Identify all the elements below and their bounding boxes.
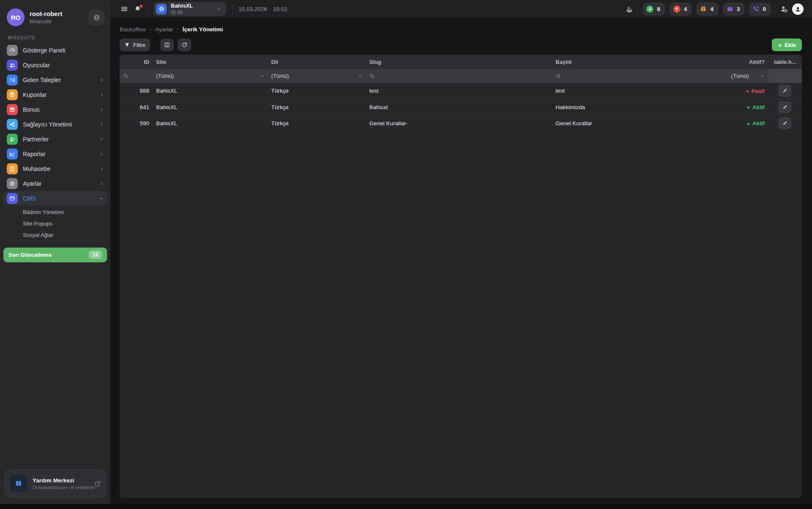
sidebar-item-saglayici-yonetimi[interactable]: Sağlayıcı Yönetimi bbox=[3, 117, 107, 132]
col-header-dil[interactable]: Dil bbox=[268, 55, 366, 69]
cell-site: BahisXL bbox=[153, 83, 268, 99]
edit-button[interactable] bbox=[778, 85, 791, 97]
col-header-actions[interactable]: table.h... bbox=[768, 55, 802, 69]
submenu-item-sosyal-aglar[interactable]: Sosyal Ağlar bbox=[3, 229, 107, 241]
hamburger-menu-button[interactable] bbox=[121, 5, 128, 13]
sidebar-user-header: RO root-robert Wisesuite bbox=[0, 0, 110, 30]
sidebar-item-kuponlar[interactable]: Kuponlar bbox=[3, 87, 107, 102]
cell-id: 641 bbox=[120, 99, 153, 115]
sidebar-item-bonus[interactable]: Bonus bbox=[3, 102, 107, 117]
edit-button[interactable] bbox=[778, 117, 791, 129]
site-name: BahisXL bbox=[171, 3, 212, 9]
chevron-right-icon bbox=[99, 182, 104, 186]
messages-icon bbox=[727, 6, 733, 12]
sidebar-item-gelen-talepler[interactable]: Gelen Talepler bbox=[3, 72, 107, 87]
refresh-icon bbox=[181, 42, 187, 48]
calls-badge[interactable]: 0 bbox=[749, 3, 771, 16]
sidebar-item-cms[interactable]: CMS bbox=[3, 191, 107, 206]
calculator-icon bbox=[7, 163, 18, 174]
status-dot-icon: ● bbox=[746, 88, 749, 94]
users-icon bbox=[7, 60, 18, 71]
cell-status: ●Aktif bbox=[728, 115, 768, 131]
filter-aktif-select[interactable]: (Tümü) bbox=[728, 69, 768, 83]
filter-baslik[interactable] bbox=[552, 69, 728, 83]
cell-slug: Genel Kurallar- bbox=[366, 115, 552, 131]
partners-icon bbox=[7, 134, 18, 145]
site-id: ID: 50 bbox=[171, 10, 212, 15]
chevron-down-icon bbox=[217, 7, 221, 11]
cell-baslik: test bbox=[552, 83, 728, 99]
clipboard-icon bbox=[7, 89, 18, 100]
sidebar-section-label: WISESUITE bbox=[0, 30, 110, 42]
filter-actions-empty bbox=[768, 69, 802, 83]
refresh-button[interactable] bbox=[178, 39, 191, 51]
help-center-card[interactable]: Yardım Merkezi Dokümantasyon ve rehberle… bbox=[4, 469, 106, 498]
content-table-panel: ID Site Dil Slug Başlık Aktif? table.h..… bbox=[120, 55, 802, 498]
col-header-aktif[interactable]: Aktif? bbox=[728, 55, 768, 69]
column-settings-button[interactable] bbox=[160, 39, 174, 51]
sidebar-item-ayarlar[interactable]: ⚙ Ayarlar bbox=[3, 176, 107, 191]
messages-badge[interactable]: 3 bbox=[723, 3, 745, 16]
plus-icon: + bbox=[778, 42, 782, 48]
submenu-item-bildirim-yonetimi[interactable]: Bildirim Yönetimi bbox=[3, 206, 107, 218]
profile-avatar-button[interactable] bbox=[792, 3, 804, 15]
chevron-right-icon bbox=[99, 137, 104, 141]
chevron-down-icon bbox=[760, 74, 765, 78]
window-icon bbox=[7, 193, 18, 204]
edit-button[interactable] bbox=[778, 101, 791, 113]
gauge-icon bbox=[7, 45, 18, 56]
submenu-item-site-popups[interactable]: Site Popups bbox=[3, 218, 107, 229]
col-header-slug[interactable]: Slug bbox=[366, 55, 552, 69]
cell-baslik: Hakkimizda bbox=[552, 99, 728, 115]
language-globe-button[interactable] bbox=[88, 9, 104, 25]
cell-dil: Türkçe bbox=[268, 115, 366, 131]
breadcrumb-ayarlar[interactable]: Ayarlar bbox=[155, 26, 173, 33]
bonus-requests-badge[interactable]: 4 bbox=[696, 3, 719, 16]
cell-id: 888 bbox=[120, 83, 153, 99]
user-name: root-robert bbox=[30, 10, 83, 17]
content-table: ID Site Dil Slug Başlık Aktif? table.h..… bbox=[120, 55, 802, 131]
sidebar-item-oyuncular[interactable]: Oyuncular bbox=[3, 58, 107, 72]
table-row[interactable]: 641 BahisXL Türkçe Bahisxl Hakkimizda ●A… bbox=[120, 99, 802, 115]
chevron-right-icon bbox=[99, 78, 104, 82]
gift-icon bbox=[700, 6, 707, 12]
cell-actions bbox=[768, 99, 802, 115]
chevron-right-icon bbox=[99, 107, 104, 112]
table-toolbar: Filtre + Ekle bbox=[120, 35, 802, 55]
son-guncelleme-button[interactable]: Son Güncelleme 13 bbox=[3, 248, 107, 262]
update-count-badge: 13 bbox=[89, 250, 102, 259]
cell-actions bbox=[768, 115, 802, 131]
search-icon bbox=[369, 73, 375, 79]
user-sessions-button[interactable] bbox=[780, 5, 788, 13]
filter-button[interactable]: Filtre bbox=[120, 39, 150, 51]
add-button[interactable]: + Ekle bbox=[772, 39, 802, 51]
breadcrumb-backoffice[interactable]: Backoffice bbox=[120, 26, 146, 33]
col-header-id[interactable]: ID bbox=[120, 55, 153, 69]
breadcrumb: Backoffice › Ayarlar › İçerik Yönetimi bbox=[120, 23, 802, 35]
sidebar-item-partnerler[interactable]: Partnerler bbox=[3, 132, 107, 146]
filter-dil-select[interactable]: (Tümü) bbox=[268, 69, 366, 83]
filter-id[interactable] bbox=[120, 69, 153, 83]
sidebar-item-muhasebe[interactable]: Muhasebe bbox=[3, 161, 107, 176]
sidebar: RO root-robert Wisesuite WISESUITE Göste… bbox=[0, 0, 110, 504]
filter-slug[interactable] bbox=[366, 69, 552, 83]
site-selector[interactable]: BahisXL ID: 50 bbox=[154, 2, 226, 16]
user-avatar[interactable]: RO bbox=[7, 8, 25, 26]
sidebar-item-gosterge-paneli[interactable]: Gösterge Paneli bbox=[3, 43, 107, 58]
table-row[interactable]: 888 BahisXL Türkçe test test ●Pasif bbox=[120, 83, 802, 99]
filter-site-select[interactable]: (Tümü) bbox=[153, 69, 268, 83]
withdrawals-badge[interactable]: 4 bbox=[669, 3, 692, 16]
table-row[interactable]: 590 BahisXL Türkçe Genel Kurallar- Genel… bbox=[120, 115, 802, 131]
sidebar-item-raporlar[interactable]: Raporlar bbox=[3, 146, 107, 161]
cms-submenu: Bildirim Yönetimi Site Popups Sosyal Ağl… bbox=[3, 206, 107, 243]
deposits-badge[interactable]: 8 bbox=[642, 3, 665, 16]
chevron-right-icon bbox=[99, 93, 104, 97]
notifications-bell-button[interactable] bbox=[134, 6, 141, 13]
funnel-icon bbox=[124, 42, 130, 48]
submenu-item-menu-yonetimi[interactable]: Menü Yönetimi bbox=[3, 241, 107, 243]
col-header-baslik[interactable]: Başlık bbox=[552, 55, 728, 69]
sidebar-nav: Gösterge Paneli Oyuncular Gelen Talepler bbox=[0, 42, 110, 243]
status-dot-icon: ● bbox=[747, 121, 750, 126]
settings-gear-button[interactable] bbox=[626, 6, 634, 13]
col-header-site[interactable]: Site bbox=[153, 55, 268, 69]
